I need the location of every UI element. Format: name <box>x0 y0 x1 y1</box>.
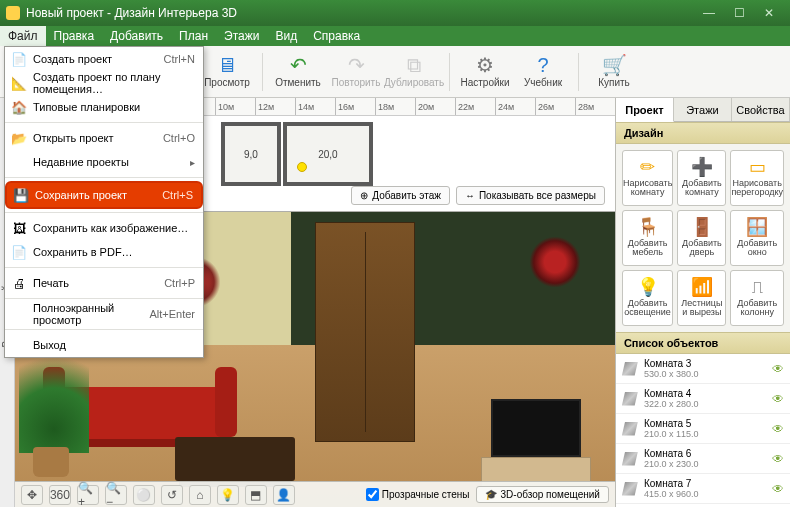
visibility-icon[interactable]: 👁 <box>772 482 784 496</box>
menu-item-label: Печать <box>33 277 69 289</box>
file-menu-item[interactable]: 📂Открыть проектCtrl+O <box>5 126 203 150</box>
file-menu-item[interactable]: 💾Сохранить проектCtrl+S <box>5 181 203 209</box>
menu-этажи[interactable]: Этажи <box>216 26 267 46</box>
ruler-tick: 14м <box>295 98 335 115</box>
design-tool-button[interactable]: ✏Нарисовать комнату <box>622 150 673 206</box>
window-title: Новый проект - Дизайн Интерьера 3D <box>26 6 237 20</box>
view-tool-button[interactable]: 🔍− <box>105 485 127 505</box>
ruler-tick: 12м <box>255 98 295 115</box>
object-icon <box>622 452 638 466</box>
minimize-button[interactable]: — <box>694 2 724 24</box>
close-button[interactable]: ✕ <box>754 2 784 24</box>
file-menu-item[interactable]: 🏠Типовые планировки <box>5 95 203 119</box>
visibility-icon[interactable]: 👁 <box>772 452 784 466</box>
ruler-tick: 28м <box>575 98 615 115</box>
menu-вид[interactable]: Вид <box>267 26 305 46</box>
menu-item-icon: 💾 <box>13 187 29 203</box>
design-tool-button[interactable]: ▭Нарисовать перегородку <box>730 150 784 206</box>
add-floor-button[interactable]: ⊕ Добавить этаж <box>351 186 450 205</box>
camera-marker[interactable] <box>297 162 307 172</box>
view-tool-button[interactable]: 💡 <box>217 485 239 505</box>
menu-item-label: Полноэкранный просмотр <box>33 302 149 326</box>
view-tool-button[interactable]: ⚪ <box>133 485 155 505</box>
3d-overview-button[interactable]: 🎓 3D-обзор помещений <box>476 486 609 503</box>
file-menu-item[interactable]: 🖼Сохранить как изображение… <box>5 216 203 240</box>
transparent-walls-checkbox[interactable]: Прозрачные стены <box>366 488 470 501</box>
toolbar-view-button[interactable]: 🖥Просмотр <box>200 48 254 96</box>
room-outline[interactable]: 9,0 <box>221 122 281 186</box>
menu-item-label: Типовые планировки <box>33 101 140 113</box>
design-tool-icon: 💡 <box>637 278 659 297</box>
view-tool-button[interactable]: 🔍+ <box>77 485 99 505</box>
object-dim: 210.0 x 115.0 <box>644 429 699 439</box>
menu-item-label: Выход <box>33 339 66 351</box>
visibility-icon[interactable]: 👁 <box>772 392 784 406</box>
object-dim: 530.0 x 380.0 <box>644 369 699 379</box>
object-dim: 415.0 x 960.0 <box>644 489 699 499</box>
view-tool-button[interactable]: 👤 <box>273 485 295 505</box>
design-tool-button[interactable]: 🚪Добавить дверь <box>677 210 726 266</box>
right-tabs: ПроектЭтажиСвойства <box>616 98 790 122</box>
design-tool-button[interactable]: 📶Лестницы и вырезы <box>677 270 726 326</box>
file-menu-dropdown: 📄Создать проектCtrl+N📐Создать проект по … <box>4 46 204 358</box>
object-name: Комната 7 <box>644 478 699 489</box>
file-menu-item[interactable]: Полноэкранный просмотрAlt+Enter <box>5 302 203 326</box>
toolbar-help-button[interactable]: ?Учебник <box>516 48 570 96</box>
object-icon <box>622 392 638 406</box>
view-tool-button[interactable]: ⬒ <box>245 485 267 505</box>
menu-item-shortcut: Alt+Enter <box>149 308 195 320</box>
toolbar-settings-button[interactable]: ⚙Настройки <box>458 48 512 96</box>
wardrobe <box>315 222 415 442</box>
toolbar-undo-button[interactable]: ↶Отменить <box>271 48 325 96</box>
menu-файл[interactable]: Файл <box>0 26 46 46</box>
design-tool-icon: 📶 <box>691 278 713 297</box>
file-menu-item[interactable]: 📄Создать проектCtrl+N <box>5 47 203 71</box>
view-tool-button[interactable]: ↺ <box>161 485 183 505</box>
object-row[interactable]: Комната 3530.0 x 380.0👁 <box>616 354 790 384</box>
right-tab-2[interactable]: Свойства <box>732 98 790 121</box>
room-outline[interactable]: 20,0 <box>283 122 373 186</box>
file-menu-item[interactable]: 📐Создать проект по плану помещения… <box>5 71 203 95</box>
visibility-icon[interactable]: 👁 <box>772 422 784 436</box>
object-row[interactable]: Комната 7415.0 x 960.0👁 <box>616 474 790 504</box>
file-menu-item[interactable]: Выход <box>5 333 203 357</box>
view-tool-button[interactable]: 360 <box>49 485 71 505</box>
ruler-tick: 20м <box>415 98 455 115</box>
design-tool-button[interactable]: 🪑Добавить мебель <box>622 210 673 266</box>
show-sizes-button[interactable]: ↔ Показывать все размеры <box>456 186 605 205</box>
ruler-tick: 22м <box>455 98 495 115</box>
view-tool-button[interactable]: ✥ <box>21 485 43 505</box>
menu-план[interactable]: План <box>171 26 216 46</box>
app-icon <box>6 6 20 20</box>
design-tool-button[interactable]: 🪟Добавить окно <box>730 210 784 266</box>
design-tool-icon: 🚪 <box>691 218 713 237</box>
design-tool-button[interactable]: 💡Добавить освещение <box>622 270 673 326</box>
design-tool-button[interactable]: ➕Добавить комнату <box>677 150 726 206</box>
view3d-toolbar: ✥360🔍+🔍−⚪↺⌂💡⬒👤 Прозрачные стены🎓 3D-обзо… <box>15 481 615 507</box>
design-tools-grid: ✏Нарисовать комнату➕Добавить комнату▭Нар… <box>616 144 790 332</box>
undo-icon: ↶ <box>290 55 307 75</box>
right-tab-1[interactable]: Этажи <box>674 98 732 121</box>
visibility-icon[interactable]: 👁 <box>772 362 784 376</box>
view-tool-button[interactable]: ⌂ <box>189 485 211 505</box>
file-menu-item[interactable]: 📄Сохранить в PDF… <box>5 240 203 264</box>
menu-справка[interactable]: Справка <box>305 26 368 46</box>
objects-list[interactable]: Комната 3530.0 x 380.0👁Комната 4322.0 x … <box>616 354 790 507</box>
menu-правка[interactable]: Правка <box>46 26 103 46</box>
menu-добавить[interactable]: Добавить <box>102 26 171 46</box>
maximize-button[interactable]: ☐ <box>724 2 754 24</box>
design-tool-button[interactable]: ⎍Добавить колонну <box>730 270 784 326</box>
object-name: Комната 5 <box>644 418 699 429</box>
object-name: Комната 4 <box>644 388 699 399</box>
objects-section-header: Список объектов <box>616 332 790 354</box>
ruler-tick: 24м <box>495 98 535 115</box>
right-tab-0[interactable]: Проект <box>616 98 674 122</box>
right-panel: ПроектЭтажиСвойства Дизайн ✏Нарисовать к… <box>615 98 790 507</box>
file-menu-item[interactable]: 🖨ПечатьCtrl+P <box>5 271 203 295</box>
toolbar-buy-button[interactable]: 🛒Купить <box>587 48 641 96</box>
menu-item-icon: 📄 <box>11 244 27 260</box>
file-menu-item[interactable]: Недавние проекты <box>5 150 203 174</box>
object-row[interactable]: Комната 5210.0 x 115.0👁 <box>616 414 790 444</box>
object-row[interactable]: Комната 6210.0 x 230.0👁 <box>616 444 790 474</box>
object-row[interactable]: Комната 4322.0 x 280.0👁 <box>616 384 790 414</box>
